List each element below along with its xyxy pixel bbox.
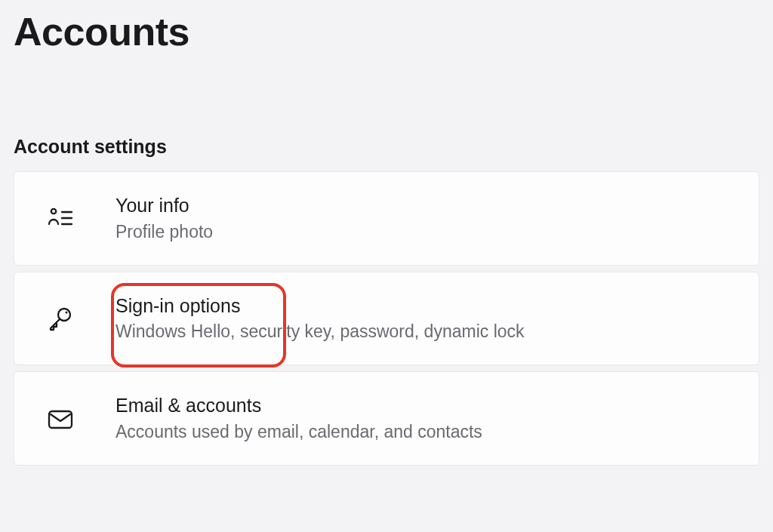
page-title: Accounts [14,0,759,54]
contact-card-icon [46,204,75,232]
settings-item-title: Your info [115,193,213,218]
settings-item-desc: Windows Hello, security key, password, d… [115,319,525,343]
settings-item-text: Email & accounts Accounts used by email,… [115,393,482,444]
svg-rect-6 [49,411,72,428]
settings-item-title: Sign-in options [115,294,525,318]
mail-icon [46,404,75,433]
settings-item-desc: Profile photo [115,220,213,244]
svg-point-0 [51,209,56,214]
svg-point-5 [66,312,68,314]
settings-item-email-accounts[interactable]: Email & accounts Accounts used by email,… [14,371,759,466]
settings-item-title: Email & accounts [115,393,482,418]
settings-item-desc: Accounts used by email, calendar, and co… [115,420,482,444]
settings-item-text: Sign-in options Windows Hello, security … [115,294,525,344]
settings-item-your-info[interactable]: Your info Profile photo [14,171,759,266]
settings-item-sign-in-options[interactable]: Sign-in options Windows Hello, security … [14,272,759,366]
key-icon [46,304,75,333]
section-header-account-settings: Account settings [14,136,759,158]
settings-item-text: Your info Profile photo [115,193,213,244]
settings-list: Your info Profile photo Sign-in options … [14,171,759,466]
